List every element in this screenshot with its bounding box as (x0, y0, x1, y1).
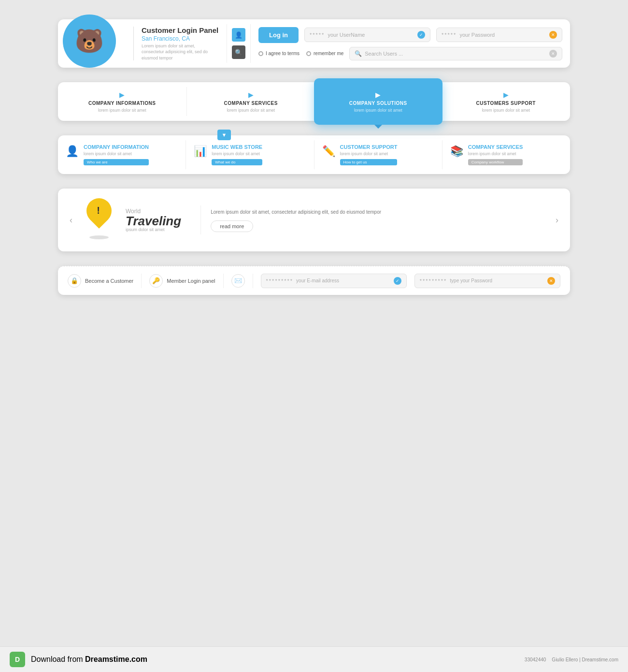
email-placeholder: your E-mail address (296, 278, 391, 283)
pin-head: ! (81, 193, 117, 229)
sec-nav-badge-2: What we do (212, 159, 262, 165)
dreamstime-author: Giulio Ellero | Dreamstime.com (552, 657, 618, 662)
map-pin-container: ! (77, 198, 121, 242)
dreamstime-logo: D (10, 652, 25, 667)
dreamstime-id: 33042440 (525, 657, 546, 662)
search-clear-icon[interactable]: ✕ (549, 50, 557, 58)
password-field[interactable]: ***** your Password ✕ (436, 28, 562, 42)
sec-nav-content-3: CUSTOMER SUPPORT lorem ipsum dolor sit a… (340, 144, 398, 165)
chevron-right-icon[interactable]: › (556, 215, 558, 225)
nav-item-company-info[interactable]: ▶ COMPANY INFORMATIONS lorem ipsum dolor… (58, 82, 186, 121)
books-icon: 📚 (450, 145, 463, 158)
play-icon-4: ▶ (503, 91, 509, 99)
sec-nav-desc-4: lorem ipsum dolor sit amet (468, 151, 523, 156)
sec-nav-content-1: COMPANY INFORMATION lorem ipsum dolor si… (84, 144, 149, 165)
email-dots: ********* (266, 278, 294, 284)
sec-nav-content-4: COMPANY SERVICES lorem ipsum dolor sit a… (468, 144, 523, 165)
remember-label: remember me (314, 51, 343, 56)
person-icon: 👤 (66, 145, 79, 158)
footer-password-placeholder: type your Password (450, 278, 544, 283)
download-text: Download from (31, 655, 83, 663)
sec-nav-title-3: CUSTOMER SUPPORT (340, 144, 398, 150)
avatar-circle: 🐻 (63, 15, 116, 68)
user-icon-btn[interactable]: 👤 (232, 28, 245, 42)
travel-description: Lorem ipsum dolor sit amet, consectetur … (211, 208, 551, 216)
play-icon-2: ▶ (248, 91, 254, 99)
play-icon-1: ▶ (119, 91, 125, 99)
sec-nav-desc-3: lorem ipsum dolor sit amet (340, 151, 398, 156)
nav-desc-4: lorem ipsum dolor sit amet (482, 108, 530, 113)
nav-desc-1: lorem ipsum dolor sit amet (98, 108, 146, 113)
username-dots: ***** (310, 32, 325, 38)
nav-title-1: COMPANY INFORMATIONS (88, 101, 156, 106)
nav-item-company-solutions[interactable]: ▶ COMPANY SOLUTIONS lorem ipsum dolor si… (314, 78, 442, 125)
username-check-icon: ✓ (417, 31, 425, 39)
sec-nav-music-store[interactable]: 📊 MUSIC WEB STORE lorem ipsum dolor sit … (186, 137, 314, 172)
travel-panel: ‹ ! World Traveling ipsum dolor sit amet… (58, 189, 570, 251)
chevron-left-icon[interactable]: ‹ (70, 215, 72, 225)
member-login-item[interactable]: 🔑 Member Login panel (149, 274, 215, 288)
email-icon: ✉️ (231, 274, 245, 288)
sec-nav-title-2: MUSIC WEB STORE (212, 144, 262, 150)
sec-nav-badge-1: Who we are (84, 159, 149, 165)
search-icon-btn[interactable]: 🔍 (232, 45, 245, 59)
remember-radio-dot (306, 51, 311, 56)
nav-desc-3: lorem ipsum dolor sit amet (354, 108, 402, 113)
search-users-field[interactable]: 🔍 Search Users ... ✕ (349, 47, 562, 60)
sec-nav-badge-4: Company workflow (468, 159, 523, 165)
login-row2: I agree to terms remember me 🔍 Search Us… (258, 47, 562, 60)
play-icon-3: ▶ (375, 91, 381, 99)
read-more-button[interactable]: read more (211, 220, 253, 232)
email-input-field[interactable]: ********* your E-mail address ✓ (261, 274, 407, 288)
become-customer-item[interactable]: 🔒 Become a Customer (68, 274, 133, 288)
login-button[interactable]: Log in (258, 27, 299, 43)
footer-panel: 🔒 Become a Customer 🔑 Member Login panel… (58, 266, 570, 295)
footer-password-dots: ********* (420, 278, 447, 284)
dropdown-indicator[interactable]: ▼ (217, 130, 231, 140)
login-icons-col: 👤 🔍 (227, 24, 251, 63)
feather-icon: ✏️ (322, 145, 335, 158)
login-row1: Log in ***** your UserName ✓ ***** your … (258, 27, 562, 43)
pin-shadow (89, 235, 109, 239)
nav-item-company-services[interactable]: ▶ COMPANY SERVICES lorem ipsum dolor sit… (187, 82, 315, 121)
travel-desc: Lorem ipsum dolor sit amet, consectetur … (211, 208, 551, 232)
become-customer-label: Become a Customer (85, 278, 133, 284)
sec-nav-content-2: MUSIC WEB STORE lorem ipsum dolor sit am… (212, 144, 262, 165)
username-field[interactable]: ***** your UserName ✓ (304, 28, 430, 42)
agree-label: I agree to terms (266, 51, 300, 56)
sec-nav-badge-3: How to get us (340, 159, 398, 165)
nav-item-customers-support[interactable]: ▶ CUSTOMERS SUPPORT lorem ipsum dolor si… (442, 82, 571, 121)
brand-desc: Lorem ipsum dolor sit amet, consectetur … (142, 43, 219, 61)
nav-desc-2: lorem ipsum dolor sit amet (227, 108, 275, 113)
agree-terms-radio[interactable]: I agree to terms (258, 51, 300, 56)
username-placeholder: your UserName (328, 32, 414, 38)
nav-panel: ▶ COMPANY INFORMATIONS lorem ipsum dolor… (58, 82, 570, 121)
password-close-icon: ✕ (549, 31, 557, 39)
dreamstime-bar: D Download from Dreamstime.com 33042440 … (0, 646, 628, 672)
nav-title-2: COMPANY SERVICES (224, 101, 278, 106)
sec-nav-company-info[interactable]: 👤 COMPANY INFORMATION lorem ipsum dolor … (58, 137, 186, 172)
secondary-nav-panel: ▼ 👤 COMPANY INFORMATION lorem ipsum dolo… (58, 135, 570, 174)
search-placeholder: Search Users ... (365, 51, 546, 57)
agree-radio-dot (258, 51, 263, 56)
footer-divider-2 (223, 274, 224, 288)
main-wrapper: 🐻 Customer Login Panel San Francisco, CA… (58, 19, 570, 295)
remember-me-radio[interactable]: remember me (306, 51, 343, 56)
radio-group: I agree to terms remember me (258, 51, 343, 56)
login-main: Log in ***** your UserName ✓ ***** your … (251, 20, 570, 67)
bear-lock-icon: 🐻 (75, 28, 104, 55)
key-icon: 🔑 (149, 274, 163, 288)
sec-nav-desc-2: lorem ipsum dolor sit amet (212, 151, 262, 156)
sec-nav-customer-support[interactable]: ✏️ CUSTOMER SUPPORT lorem ipsum dolor si… (314, 137, 442, 172)
footer-password-field[interactable]: ********* type your Password ✕ (414, 274, 560, 288)
sec-nav-desc-1: lorem ipsum dolor sit amet (84, 151, 149, 156)
travel-brand: World Traveling ipsum dolor sit amet (126, 208, 181, 232)
member-login-label: Member Login panel (167, 278, 215, 284)
chart-icon: 📊 (194, 145, 207, 158)
sec-nav-title-1: COMPANY INFORMATION (84, 144, 149, 150)
nav-title-3: COMPANY SOLUTIONS (349, 101, 407, 106)
sec-nav-company-services[interactable]: 📚 COMPANY SERVICES lorem ipsum dolor sit… (442, 137, 570, 172)
login-brand: Customer Login Panel San Francisco, CA L… (142, 26, 227, 61)
nav-title-4: CUSTOMERS SUPPORT (476, 101, 536, 106)
pin-exclamation: ! (97, 205, 100, 215)
